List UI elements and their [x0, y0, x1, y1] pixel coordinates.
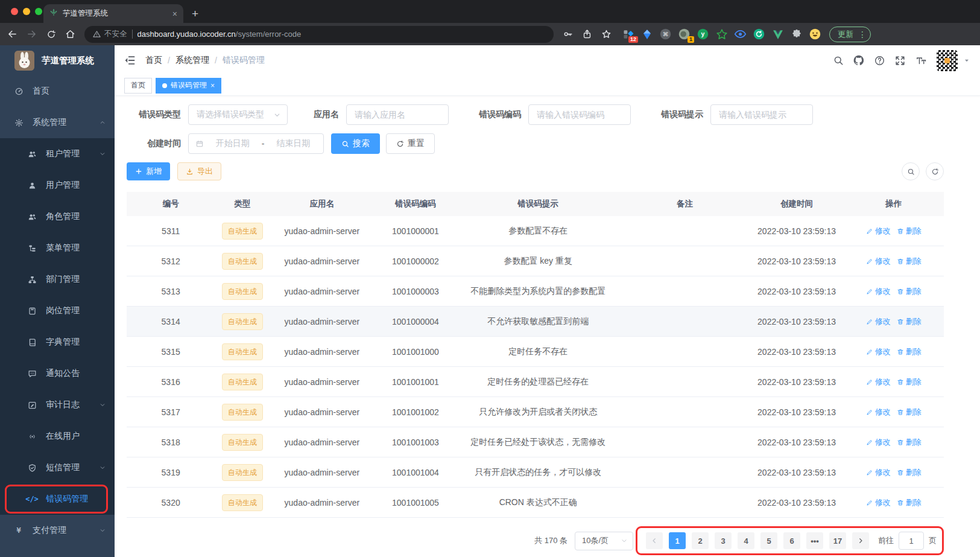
edit-link[interactable]: 修改	[866, 346, 891, 357]
sidebar-item-post-badge[interactable]: 岗位管理	[0, 295, 115, 326]
sidebar-item-roles[interactable]: 角色管理	[0, 201, 115, 232]
sidebar-item-error-code[interactable]: </>错误码管理	[0, 483, 115, 515]
tag-close-icon[interactable]: ×	[210, 81, 215, 90]
help-icon[interactable]	[874, 55, 885, 66]
reset-button[interactable]: 重置	[386, 133, 435, 154]
sidebar-item-online-users[interactable]: 在线用户	[0, 421, 115, 452]
back-button[interactable]	[4, 25, 21, 43]
edit-link[interactable]: 修改	[866, 256, 891, 267]
caret-down-icon[interactable]	[963, 57, 970, 64]
delete-link[interactable]: 删除	[897, 256, 922, 267]
extension-kite-icon[interactable]	[639, 27, 654, 42]
refresh-table-button[interactable]	[926, 162, 944, 180]
search-button[interactable]: 搜索	[331, 133, 380, 154]
sidebar-item-user[interactable]: 用户管理	[0, 170, 115, 201]
extension-vue-icon[interactable]	[770, 27, 785, 42]
error-hint-input[interactable]	[710, 104, 813, 125]
window-zoom-button[interactable]	[35, 8, 42, 15]
sidebar-item-announcement[interactable]: 通知公告	[0, 358, 115, 389]
sidebar-logo[interactable]: 芋道管理系统	[0, 45, 115, 75]
error-type-select[interactable]: 请选择错误码类型	[188, 104, 288, 125]
breadcrumb-item[interactable]: 系统管理	[175, 55, 209, 66]
tab-close-icon[interactable]: ×	[172, 9, 177, 19]
delete-link[interactable]: 删除	[897, 467, 922, 478]
extension-eye-icon[interactable]	[733, 27, 748, 42]
prev-page-button[interactable]	[646, 532, 663, 549]
edit-link[interactable]: 修改	[866, 437, 891, 448]
sidebar-collapse-icon[interactable]	[124, 54, 136, 66]
search-icon[interactable]	[833, 55, 844, 66]
next-page-button[interactable]	[852, 532, 869, 549]
extension-command-icon[interactable]: ⌘	[658, 27, 673, 42]
sidebar-item-sms-shield[interactable]: 短信管理	[0, 452, 115, 483]
bookmark-star-icon[interactable]	[598, 25, 615, 43]
github-icon[interactable]	[853, 54, 865, 66]
delete-link[interactable]: 删除	[897, 437, 922, 448]
user-qr-avatar[interactable]	[937, 50, 958, 71]
extension-star-icon[interactable]	[714, 27, 729, 42]
window-minimize-button[interactable]	[23, 8, 30, 15]
window-close-button[interactable]	[11, 8, 18, 15]
sidebar-item-gear[interactable]: 系统管理	[0, 107, 115, 138]
error-code-input[interactable]	[528, 104, 631, 125]
password-key-icon[interactable]	[559, 25, 577, 43]
breadcrumb-item[interactable]: 首页	[145, 55, 162, 66]
edit-link[interactable]: 修改	[866, 497, 891, 508]
edit-link[interactable]: 修改	[866, 467, 891, 478]
show-search-toggle-button[interactable]	[902, 162, 920, 180]
page-button-5[interactable]: 5	[760, 532, 777, 549]
date-range-picker[interactable]: 开始日期 - 结束日期	[188, 133, 324, 154]
sidebar-item-audit-log[interactable]: 审计日志	[0, 389, 115, 421]
extension-emoji-icon[interactable]	[808, 27, 823, 42]
edit-link[interactable]: 修改	[866, 226, 891, 237]
app-name-input[interactable]	[346, 104, 449, 125]
page-button-6[interactable]: 6	[783, 532, 800, 549]
tag-active[interactable]: 错误码管理×	[156, 78, 221, 94]
page-button-17[interactable]: 17	[829, 532, 846, 549]
browser-tab[interactable]: 芋道管理系统 ×	[43, 4, 183, 23]
delete-link[interactable]: 删除	[897, 377, 922, 387]
sidebar-item-payment-yen[interactable]: ¥支付管理	[0, 515, 115, 546]
page-button-4[interactable]: 4	[738, 532, 754, 549]
page-size-select[interactable]: 10条/页	[575, 532, 633, 550]
delete-link[interactable]: 删除	[897, 497, 922, 508]
sidebar-item-menu-tree[interactable]: 菜单管理	[0, 232, 115, 264]
tag-item[interactable]: 首页	[124, 78, 152, 94]
extension-refresh-icon[interactable]	[751, 27, 767, 42]
edit-link[interactable]: 修改	[866, 377, 891, 387]
fullscreen-icon[interactable]	[894, 55, 906, 66]
page-button-3[interactable]: 3	[715, 532, 732, 549]
browser-update-button[interactable]: 更新 ⋮	[829, 27, 871, 42]
reload-button[interactable]	[42, 25, 60, 43]
more-pages-button[interactable]: •••	[806, 532, 823, 549]
delete-link[interactable]: 删除	[897, 316, 922, 327]
forward-button[interactable]	[23, 25, 40, 43]
sidebar-item-tenant-users[interactable]: 租户管理	[0, 138, 115, 170]
edit-link[interactable]: 修改	[866, 316, 891, 327]
extension-squares-icon[interactable]: 12	[621, 27, 636, 42]
delete-link[interactable]: 删除	[897, 407, 922, 418]
add-button[interactable]: 新增	[127, 162, 170, 180]
delete-link[interactable]: 删除	[897, 226, 922, 237]
delete-link[interactable]: 删除	[897, 286, 922, 297]
page-button-2[interactable]: 2	[692, 532, 709, 549]
address-bar[interactable]: 不安全 dashboard.yudao.iocoder.cn/system/er…	[84, 26, 554, 43]
goto-page-input[interactable]	[899, 532, 924, 550]
extension-letter-icon[interactable]: y	[695, 27, 710, 42]
export-button[interactable]: 导出	[177, 162, 221, 180]
sidebar-item-department-tree[interactable]: 部门管理	[0, 264, 115, 295]
edit-link[interactable]: 修改	[866, 286, 891, 297]
page-button-1[interactable]: 1	[669, 532, 686, 549]
extension-puzzle-icon[interactable]	[789, 27, 804, 42]
home-button[interactable]	[62, 25, 79, 43]
security-status[interactable]: 不安全	[93, 29, 127, 39]
font-size-icon[interactable]	[915, 55, 928, 66]
browser-menu-icon[interactable]: ⋮	[858, 31, 867, 37]
sidebar-item-dashboard[interactable]: 首页	[0, 75, 115, 107]
extension-dot-icon[interactable]: 1	[677, 27, 692, 42]
new-tab-button[interactable]: +	[192, 7, 198, 21]
share-icon[interactable]	[578, 25, 596, 43]
edit-link[interactable]: 修改	[866, 407, 891, 418]
delete-link[interactable]: 删除	[897, 346, 922, 357]
sidebar-item-dictionary-book[interactable]: 字典管理	[0, 326, 115, 358]
